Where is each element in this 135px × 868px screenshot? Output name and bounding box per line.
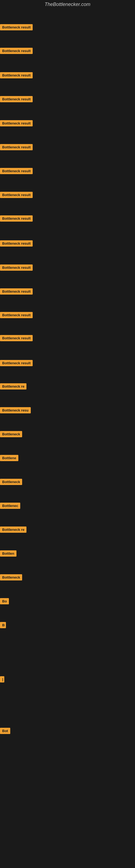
bottleneck-badge-1[interactable]: Bottleneck result [0,24,33,30]
bottleneck-item-14: Bottleneck result [0,335,33,342]
bottleneck-item-25: Bo [0,598,9,606]
bottleneck-item-10: Bottleneck result [0,240,33,248]
bottleneck-item-6: Bottleneck result [0,144,33,151]
bottleneck-badge-14[interactable]: Bottleneck result [0,335,33,341]
bottleneck-item-27: | [0,676,4,684]
bottleneck-item-19: Bottlene [0,455,18,462]
bottleneck-item-22: Bottleneck re [0,527,27,534]
bottleneck-item-1: Bottleneck result [0,24,33,31]
bottleneck-badge-20[interactable]: Bottleneck [0,479,22,485]
bottleneck-badge-16[interactable]: Bottleneck re [0,383,27,390]
bottleneck-item-24: Bottleneck [0,574,22,582]
bottleneck-badge-15[interactable]: Bottleneck result [0,360,33,366]
bottleneck-item-20: Bottleneck [0,479,22,486]
bottleneck-badge-2[interactable]: Bottleneck result [0,48,33,54]
bottleneck-badge-10[interactable]: Bottleneck result [0,240,33,247]
bottleneck-item-26: B [0,622,6,629]
bottleneck-item-2: Bottleneck result [0,48,33,55]
bottleneck-badge-21[interactable]: Bottlenec [0,503,20,509]
bottleneck-badge-7[interactable]: Bottleneck result [0,168,33,174]
bottleneck-item-18: Bottleneck [0,431,22,438]
bottleneck-badge-9[interactable]: Bottleneck result [0,215,33,222]
bottleneck-item-17: Bottleneck resu [0,407,31,414]
bottleneck-item-8: Bottleneck result [0,192,33,199]
bottleneck-badge-24[interactable]: Bottleneck [0,574,22,581]
bottleneck-badge-11[interactable]: Bottleneck result [0,265,33,271]
bottleneck-badge-13[interactable]: Bottleneck result [0,312,33,318]
bottleneck-item-4: Bottleneck result [0,96,33,103]
bottleneck-item-5: Bottleneck result [0,120,33,127]
bottleneck-item-7: Bottleneck result [0,168,33,175]
bottleneck-item-28: Bot [0,728,10,735]
bottleneck-item-21: Bottlenec [0,503,20,510]
bottleneck-badge-25[interactable]: Bo [0,598,9,604]
bottleneck-item-3: Bottleneck result [0,72,33,80]
bottleneck-badge-23[interactable]: Bottlen [0,550,16,557]
bottleneck-item-13: Bottleneck result [0,312,33,319]
bottleneck-item-12: Bottleneck result [0,288,33,296]
bottleneck-item-9: Bottleneck result [0,215,33,223]
bottleneck-item-11: Bottleneck result [0,265,33,272]
bottleneck-badge-17[interactable]: Bottleneck resu [0,407,31,413]
bottleneck-item-15: Bottleneck result [0,360,33,367]
bottleneck-badge-5[interactable]: Bottleneck result [0,120,33,126]
bottleneck-item-16: Bottleneck re [0,383,27,391]
bottleneck-badge-28[interactable]: Bot [0,728,10,734]
bottleneck-badge-27[interactable]: | [0,676,4,682]
bottleneck-badge-3[interactable]: Bottleneck result [0,72,33,79]
bottleneck-badge-12[interactable]: Bottleneck result [0,288,33,294]
bottleneck-badge-8[interactable]: Bottleneck result [0,192,33,198]
bottleneck-badge-4[interactable]: Bottleneck result [0,96,33,102]
bottleneck-badge-18[interactable]: Bottleneck [0,431,22,437]
bottleneck-badge-26[interactable]: B [0,622,6,628]
site-header: TheBottlenecker.com [0,0,135,9]
bottleneck-badge-22[interactable]: Bottleneck re [0,527,27,533]
bottleneck-item-23: Bottlen [0,550,16,558]
site-title: TheBottlenecker.com [45,0,90,9]
bottleneck-badge-6[interactable]: Bottleneck result [0,144,33,150]
bottleneck-badge-19[interactable]: Bottlene [0,455,18,461]
